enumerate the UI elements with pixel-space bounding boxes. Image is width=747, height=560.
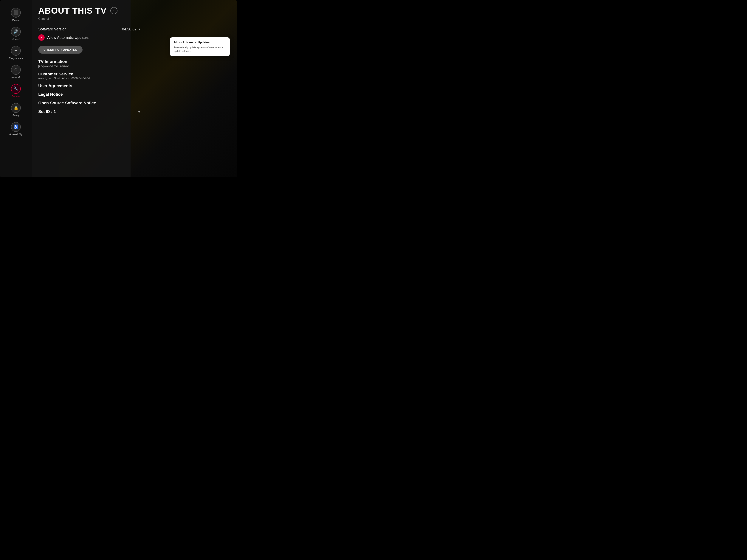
sidebar-label-sound: Sound xyxy=(12,38,20,41)
sidebar-item-safety[interactable]: 🔒 Safety xyxy=(3,101,29,119)
sidebar-item-general[interactable]: 🔧 General xyxy=(3,82,29,100)
main-content: ABOUT THIS TV ← General / Software Versi… xyxy=(32,0,148,177)
sidebar-item-accessibility[interactable]: ♿ Accessibility xyxy=(3,120,29,138)
page-title: ABOUT THIS TV xyxy=(38,6,107,16)
set-id-row: Set ID : 1 ▼ xyxy=(38,109,141,114)
sidebar-item-sound[interactable]: 🔊 Sound xyxy=(3,25,29,43)
sidebar-label-picture: Picture xyxy=(12,19,20,22)
page-title-row: ABOUT THIS TV ← xyxy=(38,6,141,16)
sidebar-label-safety: Safety xyxy=(12,114,20,117)
sound-icon: 🔊 xyxy=(11,27,21,36)
tooltip-popup: Allow Automatic Updates Automatically up… xyxy=(170,37,230,56)
sidebar-label-accessibility: Accessibility xyxy=(9,133,23,136)
tooltip-description: Automatically update system software whe… xyxy=(174,46,226,53)
sidebar-item-programmes[interactable]: ✦ Programmes xyxy=(3,44,29,62)
sidebar-item-picture[interactable]: ⬛ Picture xyxy=(3,6,29,24)
user-agreements-title: User Agreements xyxy=(38,83,141,88)
chevron-down-icon: ▼ xyxy=(137,110,141,114)
breadcrumb: General / xyxy=(38,17,141,21)
programmes-icon: ✦ xyxy=(11,46,21,56)
sidebar-label-general: General xyxy=(11,95,20,98)
auto-update-label: Allow Automatic Updates xyxy=(47,35,88,40)
legal-notice-section[interactable]: Legal Notice xyxy=(38,92,141,97)
open-source-section[interactable]: Open Source Software Notice xyxy=(38,101,141,105)
sidebar-item-network[interactable]: ⊕ Network xyxy=(3,63,29,81)
open-source-title: Open Source Software Notice xyxy=(38,101,141,105)
legal-notice-title: Legal Notice xyxy=(38,92,141,97)
software-version-row: Software Version 04.30.02 ▲ xyxy=(38,27,141,31)
tv-frame: ⬛ Picture 🔊 Sound ✦ Programmes ⊕ Network… xyxy=(0,0,237,177)
accessibility-icon: ♿ xyxy=(11,122,21,132)
auto-update-row: ✓ Allow Automatic Updates xyxy=(38,34,141,41)
tv-info-section: TV Information [LG] webOS TV LH590V xyxy=(38,59,141,68)
back-button[interactable]: ← xyxy=(110,7,118,14)
chevron-up-icon: ▲ xyxy=(138,28,141,31)
customer-service-subtitle: www.lg.com South Africa : 0800-54-54-54 xyxy=(38,77,141,80)
general-icon: 🔧 xyxy=(11,84,21,94)
software-version-number: 04.30.02 xyxy=(122,27,136,31)
check-updates-button[interactable]: CHECK FOR UPDATES xyxy=(38,46,82,54)
picture-icon: ⬛ xyxy=(11,8,21,18)
tv-info-title: TV Information xyxy=(38,59,141,64)
auto-update-checkbox[interactable]: ✓ xyxy=(38,34,45,41)
sidebar: ⬛ Picture 🔊 Sound ✦ Programmes ⊕ Network… xyxy=(0,0,32,177)
customer-service-section: Customer Service www.lg.com South Africa… xyxy=(38,72,141,80)
set-id-text: Set ID : 1 xyxy=(38,109,56,114)
safety-icon: 🔒 xyxy=(11,103,21,113)
user-agreements-section[interactable]: User Agreements xyxy=(38,83,141,88)
software-version-value: 04.30.02 ▲ xyxy=(122,27,141,31)
network-icon: ⊕ xyxy=(11,65,21,75)
customer-service-title: Customer Service xyxy=(38,72,141,77)
sidebar-label-programmes: Programmes xyxy=(9,57,23,59)
software-version-label: Software Version xyxy=(38,27,67,31)
sidebar-label-network: Network xyxy=(11,76,20,79)
tooltip-title: Allow Automatic Updates xyxy=(174,41,226,44)
tv-info-subtitle: [LG] webOS TV LH590V xyxy=(38,65,141,68)
